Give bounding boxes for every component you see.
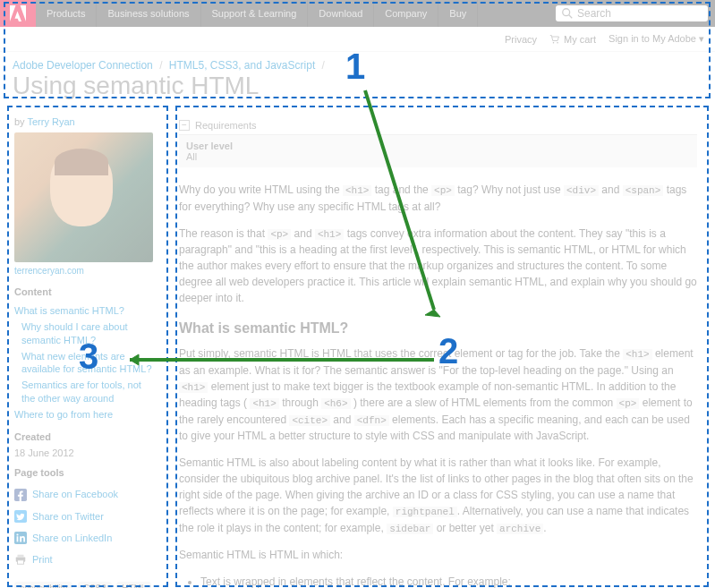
sidebar: by Terry Ryan terrenceryan.com Content W… — [7, 109, 161, 588]
content-heading: Content — [14, 286, 154, 297]
author-site[interactable]: terrenceryan.com — [14, 266, 154, 276]
tag[interactable]: HTML — [116, 582, 151, 588]
svg-rect-11 — [18, 560, 24, 564]
search-wrap — [556, 5, 708, 21]
paragraph: The reason is that <p> and <h1> tags con… — [179, 226, 697, 307]
toc: What is semantic HTML? Why should I care… — [14, 303, 154, 422]
requirements-bar[interactable]: − Requirements — [179, 116, 697, 135]
paragraph: Semantic HTML is also about labeling con… — [179, 455, 697, 536]
tag[interactable]: accessibility — [14, 582, 72, 588]
adobe-icon — [7, 3, 29, 24]
tools-heading: Page tools — [14, 467, 154, 478]
paragraph: Why do you write HTML using the <h1> tag… — [179, 182, 697, 215]
list-item: Text is wrapped in elements that reflect… — [200, 574, 697, 588]
toc-item[interactable]: Semantics are for tools, not the other w… — [14, 377, 154, 406]
nav-item-products[interactable]: Products — [36, 0, 97, 27]
print[interactable]: Print — [14, 549, 154, 570]
toc-item[interactable]: Where to go from here — [14, 406, 154, 422]
tool-label: Share on Facebook — [32, 486, 118, 502]
breadcrumb-item-0[interactable]: Adobe Developer Connection — [13, 59, 153, 72]
svg-point-2 — [553, 42, 555, 44]
twitter-icon — [14, 510, 27, 523]
privacy-link[interactable]: Privacy — [505, 34, 537, 45]
byline: by Terry Ryan — [14, 116, 154, 127]
breadcrumb: Adobe Developer Connection / HTML5, CSS3… — [0, 52, 715, 72]
share-twitter[interactable]: Share on Twitter — [14, 506, 154, 527]
page-tools: Share on Facebook Share on Twitter Share… — [14, 483, 154, 570]
paragraph: Semantic HTML is HTML in which: — [179, 547, 697, 563]
tag[interactable]: CSS3 — [78, 582, 112, 588]
list: Text is wrapped in elements that reflect… — [200, 574, 697, 588]
created-date: 18 June 2012 — [14, 447, 154, 458]
tool-label: Print — [32, 551, 53, 567]
article-content: − Requirements User level All Why do you… — [168, 109, 708, 588]
user-level-value: All — [186, 151, 690, 162]
svg-rect-7 — [17, 536, 19, 541]
search-icon — [561, 7, 574, 20]
tool-label: Share on Twitter — [32, 508, 104, 524]
nav-item-support[interactable]: Support & Learning — [201, 0, 309, 27]
subnav: Privacy My cart Sign in to My Adobe ▾ — [0, 27, 715, 52]
linkedin-icon — [14, 532, 27, 544]
cart-label: My cart — [564, 34, 596, 45]
print-icon — [14, 553, 27, 566]
facebook-icon — [14, 489, 27, 501]
nav-item-company[interactable]: Company — [374, 0, 438, 27]
user-level: User level All — [179, 135, 697, 167]
requirements-label: Requirements — [195, 120, 256, 131]
author-link[interactable]: Terry Ryan — [27, 116, 74, 127]
created-heading: Created — [14, 431, 154, 442]
author-avatar — [14, 132, 153, 262]
share-linkedin[interactable]: Share on LinkedIn — [14, 527, 154, 549]
share-facebook[interactable]: Share on Facebook — [14, 483, 154, 505]
main: by Terry Ryan terrenceryan.com Content W… — [0, 109, 715, 588]
search-input[interactable] — [577, 7, 702, 20]
user-level-label: User level — [186, 141, 690, 151]
nav-item-download[interactable]: Download — [308, 0, 374, 27]
svg-point-3 — [557, 42, 558, 44]
cart-icon — [549, 34, 560, 45]
svg-rect-10 — [18, 555, 24, 558]
toc-item[interactable]: What is semantic HTML? — [14, 303, 154, 319]
page-title: Using semantic HTML — [0, 72, 715, 109]
tags: accessibility CSS3 HTML HTML5 SEO — [14, 580, 154, 588]
breadcrumb-item-1[interactable]: HTML5, CSS3, and JavaScript — [169, 59, 315, 72]
collapse-icon: − — [179, 120, 190, 131]
toc-item[interactable]: Why should I care about semantic HTML? — [14, 319, 154, 348]
svg-point-0 — [563, 9, 570, 16]
nav-item-business[interactable]: Business solutions — [97, 0, 200, 27]
adobe-logo[interactable] — [0, 0, 36, 27]
top-nav: Products Business solutions Support & Le… — [0, 0, 715, 27]
toc-item[interactable]: What new elements are available for sema… — [14, 348, 154, 378]
paragraph: Put simply, semantic HTML is HTML that u… — [179, 345, 697, 444]
svg-point-8 — [16, 534, 18, 536]
nav-items: Products Business solutions Support & Le… — [36, 0, 556, 27]
signin-link[interactable]: Sign in to My Adobe ▾ — [609, 33, 704, 45]
cart-wrap[interactable]: My cart — [549, 34, 596, 45]
nav-item-buy[interactable]: Buy — [438, 0, 478, 27]
tool-label: Share on LinkedIn — [32, 530, 112, 546]
svg-line-1 — [569, 15, 573, 19]
breadcrumb-sep: / — [322, 59, 325, 72]
breadcrumb-sep: / — [159, 59, 162, 72]
section-heading: What is semantic HTML? — [179, 320, 697, 337]
